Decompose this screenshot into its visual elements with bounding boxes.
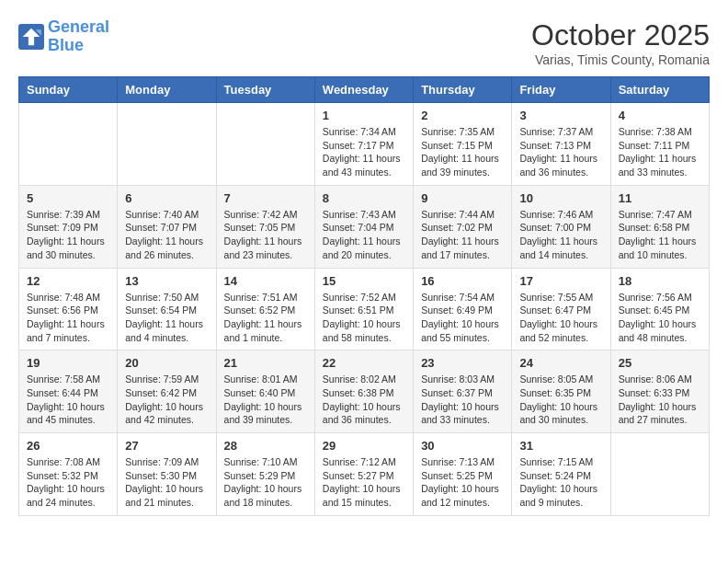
day-info: Sunrise: 7:44 AM Sunset: 7:02 PM Dayligh… (421, 208, 504, 262)
day-number: 17 (519, 274, 602, 288)
day-number: 13 (125, 274, 208, 288)
calendar-cell: 31Sunrise: 7:15 AM Sunset: 5:24 PM Dayli… (512, 433, 610, 516)
weekday-header-wednesday: Wednesday (314, 77, 413, 103)
day-info: Sunrise: 7:39 AM Sunset: 7:09 PM Dayligh… (27, 208, 109, 262)
day-number: 20 (125, 356, 208, 370)
day-info: Sunrise: 8:01 AM Sunset: 6:40 PM Dayligh… (224, 373, 307, 427)
day-info: Sunrise: 7:12 AM Sunset: 5:27 PM Dayligh… (323, 455, 405, 510)
day-number: 18 (619, 274, 701, 288)
day-info: Sunrise: 7:43 AM Sunset: 7:04 PM Dayligh… (323, 208, 405, 262)
day-info: Sunrise: 8:03 AM Sunset: 6:37 PM Dayligh… (421, 373, 504, 427)
calendar-cell (118, 103, 216, 186)
day-number: 24 (519, 356, 602, 370)
day-info: Sunrise: 7:48 AM Sunset: 6:56 PM Dayligh… (27, 291, 109, 345)
calendar-cell (19, 103, 118, 186)
calendar-table: SundayMondayTuesdayWednesdayThursdayFrid… (18, 76, 710, 516)
day-info: Sunrise: 7:54 AM Sunset: 6:49 PM Dayligh… (421, 291, 504, 345)
calendar-cell: 23Sunrise: 8:03 AM Sunset: 6:37 PM Dayli… (414, 350, 512, 433)
calendar-cell: 13Sunrise: 7:50 AM Sunset: 6:54 PM Dayli… (118, 268, 216, 350)
calendar-cell: 10Sunrise: 7:46 AM Sunset: 7:00 PM Dayli… (512, 185, 610, 268)
calendar-cell: 30Sunrise: 7:13 AM Sunset: 5:25 PM Dayli… (414, 433, 512, 516)
week-row-4: 26Sunrise: 7:08 AM Sunset: 5:32 PM Dayli… (19, 433, 710, 516)
day-number: 29 (323, 439, 405, 453)
calendar-cell: 15Sunrise: 7:52 AM Sunset: 6:51 PM Dayli… (314, 268, 413, 350)
day-info: Sunrise: 7:51 AM Sunset: 6:52 PM Dayligh… (224, 291, 307, 345)
day-number: 28 (224, 439, 307, 453)
calendar-cell: 21Sunrise: 8:01 AM Sunset: 6:40 PM Dayli… (216, 350, 314, 433)
day-number: 16 (421, 274, 504, 288)
weekday-header-tuesday: Tuesday (216, 77, 314, 103)
day-number: 31 (519, 439, 602, 453)
day-number: 8 (323, 191, 405, 205)
logo-text: General Blue (48, 18, 109, 55)
day-info: Sunrise: 7:59 AM Sunset: 6:42 PM Dayligh… (125, 373, 208, 427)
weekday-header-monday: Monday (118, 77, 216, 103)
day-number: 12 (27, 274, 109, 288)
week-row-2: 12Sunrise: 7:48 AM Sunset: 6:56 PM Dayli… (19, 268, 710, 350)
logo-icon (18, 24, 44, 50)
day-info: Sunrise: 7:34 AM Sunset: 7:17 PM Dayligh… (323, 125, 405, 179)
day-number: 22 (323, 356, 405, 370)
day-info: Sunrise: 7:13 AM Sunset: 5:25 PM Dayligh… (421, 455, 504, 510)
week-row-3: 19Sunrise: 7:58 AM Sunset: 6:44 PM Dayli… (19, 350, 710, 433)
calendar-cell: 2Sunrise: 7:35 AM Sunset: 7:15 PM Daylig… (414, 103, 512, 186)
day-number: 19 (27, 356, 109, 370)
calendar-cell: 18Sunrise: 7:56 AM Sunset: 6:45 PM Dayli… (610, 268, 709, 350)
calendar-cell: 11Sunrise: 7:47 AM Sunset: 6:58 PM Dayli… (610, 185, 709, 268)
day-number: 1 (323, 109, 405, 122)
week-row-1: 5Sunrise: 7:39 AM Sunset: 7:09 PM Daylig… (19, 185, 710, 268)
day-info: Sunrise: 7:08 AM Sunset: 5:32 PM Dayligh… (27, 455, 109, 510)
calendar-cell: 4Sunrise: 7:38 AM Sunset: 7:11 PM Daylig… (610, 103, 709, 186)
day-number: 23 (421, 356, 504, 370)
calendar-cell: 9Sunrise: 7:44 AM Sunset: 7:02 PM Daylig… (414, 185, 512, 268)
month-title: October 2025 (531, 18, 710, 52)
day-info: Sunrise: 8:05 AM Sunset: 6:35 PM Dayligh… (519, 373, 602, 427)
day-number: 15 (323, 274, 405, 288)
day-info: Sunrise: 8:06 AM Sunset: 6:33 PM Dayligh… (619, 373, 701, 427)
day-info: Sunrise: 7:42 AM Sunset: 7:05 PM Dayligh… (224, 208, 307, 262)
day-number: 10 (519, 191, 602, 205)
calendar-cell: 29Sunrise: 7:12 AM Sunset: 5:27 PM Dayli… (314, 433, 413, 516)
calendar-cell: 28Sunrise: 7:10 AM Sunset: 5:29 PM Dayli… (216, 433, 314, 516)
day-info: Sunrise: 8:02 AM Sunset: 6:38 PM Dayligh… (323, 373, 405, 427)
week-row-0: 1Sunrise: 7:34 AM Sunset: 7:17 PM Daylig… (19, 103, 710, 186)
day-info: Sunrise: 7:58 AM Sunset: 6:44 PM Dayligh… (27, 373, 109, 427)
day-info: Sunrise: 7:56 AM Sunset: 6:45 PM Dayligh… (619, 291, 701, 345)
calendar-cell: 17Sunrise: 7:55 AM Sunset: 6:47 PM Dayli… (512, 268, 610, 350)
weekday-header-thursday: Thursday (414, 77, 512, 103)
calendar-cell: 7Sunrise: 7:42 AM Sunset: 7:05 PM Daylig… (216, 185, 314, 268)
day-number: 3 (519, 109, 602, 122)
calendar-cell: 26Sunrise: 7:08 AM Sunset: 5:32 PM Dayli… (19, 433, 118, 516)
day-number: 26 (27, 439, 109, 453)
day-info: Sunrise: 7:09 AM Sunset: 5:30 PM Dayligh… (125, 455, 208, 510)
day-number: 25 (619, 356, 701, 370)
day-number: 2 (421, 109, 504, 122)
day-info: Sunrise: 7:47 AM Sunset: 6:58 PM Dayligh… (619, 208, 701, 262)
calendar-cell: 19Sunrise: 7:58 AM Sunset: 6:44 PM Dayli… (19, 350, 118, 433)
calendar-cell: 8Sunrise: 7:43 AM Sunset: 7:04 PM Daylig… (314, 185, 413, 268)
calendar-cell: 3Sunrise: 7:37 AM Sunset: 7:13 PM Daylig… (512, 103, 610, 186)
calendar-cell: 5Sunrise: 7:39 AM Sunset: 7:09 PM Daylig… (19, 185, 118, 268)
day-info: Sunrise: 7:15 AM Sunset: 5:24 PM Dayligh… (519, 455, 602, 510)
day-number: 21 (224, 356, 307, 370)
day-number: 4 (619, 109, 701, 122)
day-info: Sunrise: 7:10 AM Sunset: 5:29 PM Dayligh… (224, 455, 307, 510)
day-number: 30 (421, 439, 504, 453)
day-number: 14 (224, 274, 307, 288)
logo-line2: Blue (48, 36, 84, 54)
day-number: 27 (125, 439, 208, 453)
day-number: 9 (421, 191, 504, 205)
calendar-cell: 25Sunrise: 8:06 AM Sunset: 6:33 PM Dayli… (610, 350, 709, 433)
calendar-cell: 27Sunrise: 7:09 AM Sunset: 5:30 PM Dayli… (118, 433, 216, 516)
calendar-cell: 22Sunrise: 8:02 AM Sunset: 6:38 PM Dayli… (314, 350, 413, 433)
day-number: 11 (619, 191, 701, 205)
calendar-cell: 6Sunrise: 7:40 AM Sunset: 7:07 PM Daylig… (118, 185, 216, 268)
calendar-cell (216, 103, 314, 186)
day-number: 5 (27, 191, 109, 205)
day-info: Sunrise: 7:38 AM Sunset: 7:11 PM Dayligh… (619, 125, 701, 179)
day-info: Sunrise: 7:46 AM Sunset: 7:00 PM Dayligh… (519, 208, 602, 262)
calendar-cell: 20Sunrise: 7:59 AM Sunset: 6:42 PM Dayli… (118, 350, 216, 433)
weekday-header-sunday: Sunday (19, 77, 118, 103)
weekday-header-row: SundayMondayTuesdayWednesdayThursdayFrid… (19, 77, 710, 103)
calendar-cell: 12Sunrise: 7:48 AM Sunset: 6:56 PM Dayli… (19, 268, 118, 350)
